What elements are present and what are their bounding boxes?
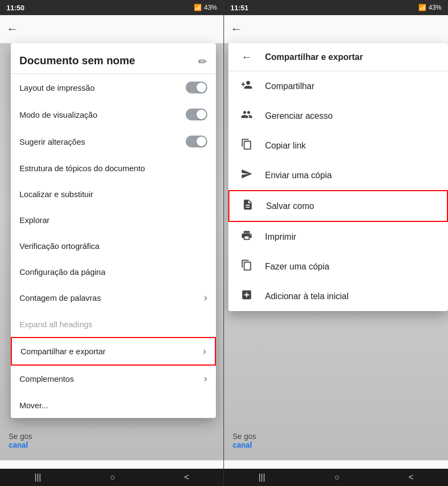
left-menu-panel: Documento sem nome ✏ Layout de impressão… (11, 43, 216, 418)
left-menu-overlay: Documento sem nome ✏ Layout de impressão… (11, 43, 223, 460)
menu-item-imprimir[interactable]: Imprimir (228, 222, 448, 252)
menu-item-salvar[interactable]: Salvar como (228, 190, 448, 222)
menu-item-label-disabled: Expand all headings (19, 320, 92, 329)
menu-item-right: › (204, 373, 207, 384)
chevron-right-icon: › (203, 346, 206, 357)
add-home-icon (239, 289, 254, 303)
left-app-bar: ← (0, 15, 223, 43)
menu-item-right: › (203, 346, 206, 357)
wifi-icon: 📶 (194, 4, 202, 11)
menu-item-label: Layout de impressão (19, 83, 94, 92)
menu-item-complementos[interactable]: Complementos › (11, 366, 216, 392)
battery-icon: 43% (204, 4, 217, 11)
menu-item-right (186, 109, 207, 120)
manage-access-icon (239, 109, 254, 123)
menu-item-label: Gerenciar acesso (265, 111, 332, 121)
send-icon (239, 168, 254, 183)
menu-item-mover[interactable]: Mover... (11, 392, 216, 418)
sys-back-button[interactable]: < (184, 473, 189, 482)
menu-item-compartilhar[interactable]: Compartilhar e exportar › (11, 337, 216, 366)
menu-title: Documento sem nome (19, 54, 135, 67)
menu-item-contagem[interactable]: Contagem de palavras › (11, 285, 216, 311)
left-status-bar: 11:50 📶 43% (0, 0, 223, 15)
menu-item-label: Mover... (19, 401, 48, 410)
menu-item-right: › (204, 292, 207, 303)
right-status-bar: 11:51 📶 43% (224, 0, 448, 15)
back-button[interactable]: ← (6, 22, 18, 36)
menu-item-label: Verificação ortográfica (19, 241, 99, 251)
toggle-sugerir[interactable] (186, 136, 207, 147)
left-time: 11:50 (6, 4, 24, 12)
menu-item-label: Compartilhar (265, 82, 315, 91)
menu-item-modo[interactable]: Modo de visualização (11, 101, 216, 128)
toggle-layout[interactable] (186, 82, 207, 93)
menu-item-label: Complementos (19, 374, 74, 383)
chevron-right-icon: › (204, 292, 207, 303)
menu-item-compartilhar[interactable]: Compartilhar (228, 71, 448, 101)
right-menu-title: Compartilhar e exportar (265, 52, 363, 62)
sys-home-button[interactable]: ○ (110, 473, 116, 482)
right-time: 11:51 (230, 4, 248, 12)
chevron-right-icon: › (204, 373, 207, 384)
right-panel: 11:51 📶 43% ← Se gos canal ← Compartilha… (224, 0, 448, 486)
right-menu-overlay: ← Compartilhar e exportar Compartilhar G… (224, 43, 448, 486)
wifi-icon: 📶 (418, 4, 426, 11)
menu-item-adicionar[interactable]: Adicionar à tela inicial (228, 281, 448, 311)
menu-item-verificacao[interactable]: Verificação ortográfica (11, 233, 216, 259)
menu-item-layout[interactable]: Layout de impressão (11, 74, 216, 101)
menu-item-estrutura[interactable]: Estrutura de tópicos do documento (11, 155, 216, 181)
edit-icon[interactable]: ✏ (198, 55, 207, 68)
menu-item-explorar[interactable]: Explorar (11, 207, 216, 233)
menu-item-label: Compartilhar e exportar (21, 347, 106, 356)
sys-menu-button[interactable]: ||| (259, 473, 265, 482)
menu-item-sugerir[interactable]: Sugerir alterações (11, 128, 216, 155)
save-as-icon (240, 199, 255, 213)
back-button[interactable]: ← (230, 22, 242, 36)
sys-back-button[interactable]: < (409, 473, 413, 482)
menu-item-expand[interactable]: Expand all headings (11, 311, 216, 337)
menu-item-label: Enviar uma cópia (265, 171, 332, 180)
battery-icon: 43% (429, 4, 442, 11)
menu-item-gerenciar[interactable]: Gerenciar acesso (228, 101, 448, 131)
right-status-icons: 📶 43% (418, 4, 442, 11)
left-sys-nav: ||| ○ < (0, 469, 223, 486)
menu-item-right (186, 82, 207, 93)
print-icon (239, 230, 254, 244)
right-app-bar: ← (224, 15, 448, 43)
menu-item-label: Imprimir (265, 232, 296, 242)
menu-item-label: Configuração da página (19, 267, 105, 276)
menu-item-fazer[interactable]: Fazer uma cópia (228, 252, 448, 281)
copy-icon (239, 259, 254, 274)
menu-header: Documento sem nome ✏ (11, 43, 216, 74)
sys-home-button[interactable]: ○ (334, 473, 340, 482)
left-panel: 11:50 📶 43% ← Se gos canal SA Documento … (0, 0, 224, 486)
person-add-icon (239, 79, 254, 93)
left-status-icons: 📶 43% (194, 4, 217, 11)
menu-item-label: Copiar link (265, 141, 306, 151)
menu-item-copiar[interactable]: Copiar link (228, 131, 448, 160)
menu-item-label: Modo de visualização (19, 110, 97, 119)
menu-item-right (186, 136, 207, 147)
menu-item-localizar[interactable]: Localizar e substituir (11, 181, 216, 207)
right-sys-nav: ||| ○ < (224, 469, 448, 486)
right-menu-header[interactable]: ← Compartilhar e exportar (228, 43, 448, 71)
menu-item-label: Sugerir alterações (19, 137, 85, 146)
copy-link-icon (239, 138, 254, 153)
menu-item-label: Contagem de palavras (19, 293, 101, 302)
right-menu-panel: ← Compartilhar e exportar Compartilhar G… (228, 43, 448, 311)
menu-item-label: Estrutura de tópicos do documento (19, 164, 145, 173)
back-icon[interactable]: ← (239, 51, 254, 63)
menu-item-label: Adicionar à tela inicial (265, 292, 349, 301)
menu-item-enviar[interactable]: Enviar uma cópia (228, 160, 448, 190)
menu-item-label: Localizar e substituir (19, 190, 93, 199)
menu-item-label: Salvar como (266, 201, 314, 211)
sys-menu-button[interactable]: ||| (35, 473, 41, 482)
menu-item-config[interactable]: Configuração da página (11, 259, 216, 285)
menu-item-label: Explorar (19, 215, 50, 225)
toggle-modo[interactable] (186, 109, 207, 120)
menu-item-label: Fazer uma cópia (265, 262, 329, 272)
